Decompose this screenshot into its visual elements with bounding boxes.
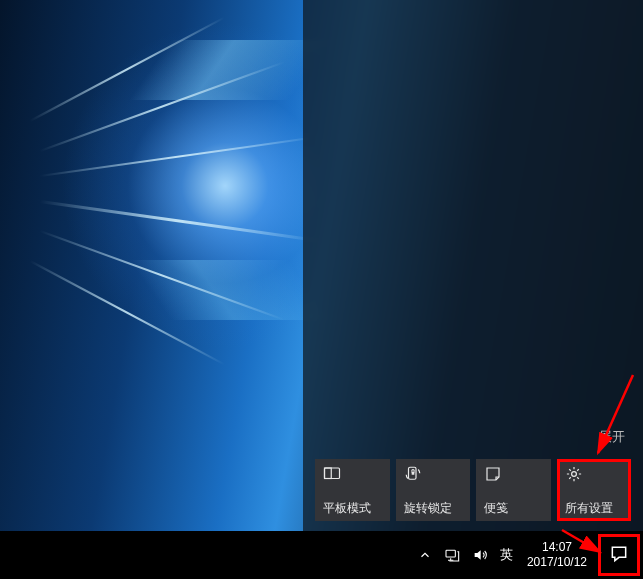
clock-time: 14:07: [542, 540, 572, 555]
quick-action-all-settings[interactable]: 所有设置: [557, 459, 632, 521]
volume-icon: [472, 547, 488, 563]
tablet-icon: [323, 465, 341, 483]
chevron-up-icon: [418, 548, 432, 562]
svg-point-4: [571, 472, 576, 477]
settings-gear-icon: [565, 465, 583, 483]
system-tray: 英 14:07 2017/10/12: [412, 531, 643, 579]
rotation-lock-icon: [404, 465, 422, 483]
tray-volume[interactable]: [466, 531, 494, 579]
sticky-notes-icon: [484, 465, 502, 483]
quick-action-tablet-mode[interactable]: 平板模式: [315, 459, 390, 521]
quick-action-label: 平板模式: [323, 501, 382, 515]
clock-date: 2017/10/12: [527, 555, 587, 570]
quick-action-rotation-lock[interactable]: 旋转锁定: [396, 459, 471, 521]
quick-action-label: 旋转锁定: [404, 501, 463, 515]
action-center-panel: 展开 平板模式 旋转锁定: [303, 0, 643, 531]
quick-action-label: 所有设置: [565, 501, 624, 515]
svg-rect-1: [325, 468, 332, 479]
tray-ime-indicator[interactable]: 英: [494, 531, 519, 579]
action-center-button[interactable]: [595, 531, 643, 579]
tray-overflow-chevron[interactable]: [412, 531, 438, 579]
svg-rect-0: [325, 468, 340, 479]
quick-actions-row: 平板模式 旋转锁定 便笺: [315, 459, 631, 521]
svg-rect-5: [446, 550, 455, 557]
taskbar: 英 14:07 2017/10/12: [0, 531, 643, 579]
taskbar-clock[interactable]: 14:07 2017/10/12: [519, 531, 595, 579]
notification-icon: [609, 544, 629, 567]
quick-action-label: 便笺: [484, 501, 543, 515]
expand-link[interactable]: 展开: [599, 428, 625, 446]
svg-rect-3: [411, 472, 414, 475]
tray-network[interactable]: [438, 531, 466, 579]
quick-action-sticky-notes[interactable]: 便笺: [476, 459, 551, 521]
network-icon: [444, 547, 460, 563]
